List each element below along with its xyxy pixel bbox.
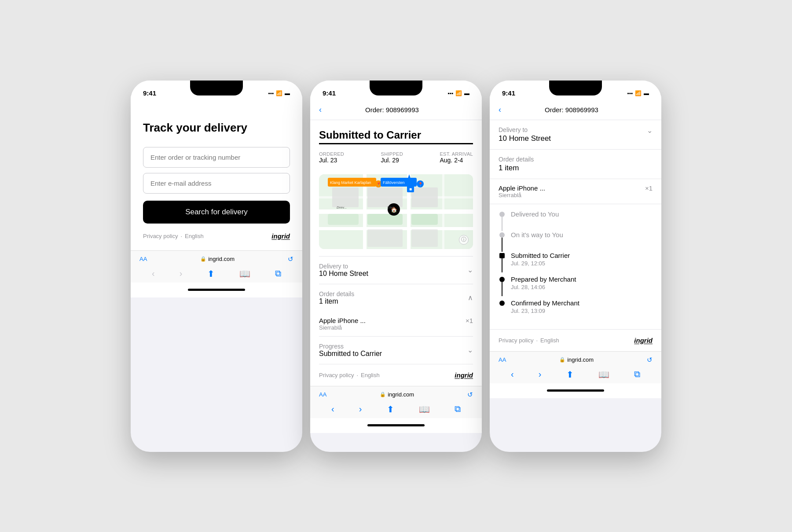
share-button-3[interactable]: ⬆: [566, 369, 574, 380]
browser-actions-2: ‹ › ⬆ 📖 ⧉: [319, 404, 473, 415]
delivery-to-section-2[interactable]: Delivery to 10 Home Street ⌄: [310, 257, 482, 284]
delivery-text-block-2: Delivery to 10 Home Street: [319, 263, 368, 278]
time-1: 9:41: [143, 89, 156, 97]
back-button-2[interactable]: ‹: [331, 404, 334, 414]
footer-dot-2: ·: [356, 372, 358, 378]
back-button-3[interactable]: ‹: [511, 369, 514, 379]
email-input[interactable]: [143, 173, 290, 194]
order-details-label-3: Order details: [499, 156, 534, 163]
submitted-title: Submitted to Carrier: [511, 252, 653, 259]
privacy-policy-1[interactable]: Privacy policy: [143, 233, 178, 239]
forward-button-1[interactable]: ›: [180, 268, 183, 279]
order-details-label-2: Order details: [319, 290, 354, 297]
delivery-detail-content: Delivery to 10 Home Street ⌄ Order detai…: [490, 120, 661, 351]
timeline-entry-prepared: Prepared by Merchant Jul. 28, 14:06: [499, 275, 653, 299]
forward-button-3[interactable]: ›: [539, 369, 542, 379]
timeline-entry-onway: On it's way to You: [499, 231, 653, 252]
timeline-indicator-confirmed: [499, 299, 506, 306]
delivered-title: Delivered to You: [511, 210, 653, 218]
timeline-entry-delivered: Delivered to You: [499, 210, 653, 231]
svg-text:Fältöversten: Fältöversten: [383, 180, 405, 185]
search-delivery-button[interactable]: Search for delivery: [143, 201, 290, 224]
tabs-button-1[interactable]: ⧉: [275, 268, 281, 279]
home-indicator-1: [131, 283, 302, 297]
back-button-1[interactable]: ‹: [152, 268, 155, 279]
confirmed-date: Jul. 23, 13:09: [511, 308, 653, 314]
track-content: Track your delivery Search for delivery …: [131, 100, 302, 250]
time-2: 9:41: [323, 89, 336, 97]
svg-rect-13: [367, 229, 403, 247]
svg-text:Drev...: Drev...: [337, 205, 347, 209]
language-2[interactable]: English: [361, 372, 380, 378]
home-indicator-3: [490, 383, 661, 398]
home-bar-3: [547, 389, 604, 392]
timeline-section-3: Delivered to You On it's way to You: [490, 204, 661, 329]
order-details-header-3[interactable]: Order details 1 item: [499, 156, 653, 172]
ingrid-brand-2: ingrid: [455, 371, 473, 379]
url-aa-3[interactable]: AA: [499, 356, 506, 363]
order-timeline: ORDERED Jul. 23 SHIPPED Jul. 29 EST. ARR…: [319, 151, 473, 164]
browser-bar-1: AA 🔒 ingrid.com ↺ ‹ › ⬆ 📖 ⧉: [131, 250, 302, 283]
delivery-value-2: 10 Home Street: [319, 270, 368, 278]
forward-button-2[interactable]: ›: [359, 404, 362, 414]
url-text-1: 🔒 ingrid.com: [200, 256, 235, 262]
wifi-icon-2: 📶: [455, 90, 462, 96]
item-info-3: Apple iPhone ... Sierrablå: [499, 184, 545, 198]
lock-icon-3: 🔒: [559, 357, 565, 363]
progress-section[interactable]: Progress Submitted to Carrier ⌄: [310, 337, 482, 364]
svg-rect-10: [332, 187, 359, 207]
share-button-2[interactable]: ⬆: [387, 404, 394, 415]
language-3[interactable]: English: [540, 337, 559, 344]
timeline-entry-submitted: Submitted to Carrier Jul. 29, 12:05: [499, 252, 653, 275]
privacy-policy-3[interactable]: Privacy policy: [499, 337, 533, 344]
delivery-to-section-3[interactable]: Delivery to 10 Home Street ⌄: [490, 120, 661, 150]
nav-bar-2: ‹ Order: 908969993: [310, 100, 482, 120]
home-indicator-2: [310, 418, 482, 433]
status-icons-2: ▪▪▪ 📶 ▬: [447, 90, 469, 96]
footer-3: Privacy policy · English ingrid: [490, 329, 661, 351]
privacy-policy-2[interactable]: Privacy policy: [319, 372, 354, 378]
item-sub-2: Sierrablå: [319, 324, 366, 331]
notch-1: [190, 81, 243, 95]
map-background: ■ Klang Market Karlaplan 📍 Fältöversten: [319, 174, 473, 249]
bookmarks-button-3[interactable]: 📖: [598, 369, 609, 380]
tabs-button-2[interactable]: ⧉: [455, 404, 461, 414]
reload-button-3[interactable]: ↺: [647, 356, 653, 364]
order-details-count-3: 1 item: [499, 164, 534, 172]
item-sub-3: Sierrablå: [499, 192, 545, 198]
shipped-label: SHIPPED: [381, 151, 403, 157]
progress-chevron: ⌄: [467, 346, 473, 354]
delivered-text: Delivered to You: [511, 210, 653, 227]
map-container: ■ Klang Market Karlaplan 📍 Fältöversten: [319, 174, 473, 249]
delivery-to-label-3: Delivery to: [499, 126, 551, 133]
url-text-3: 🔒 ingrid.com: [559, 356, 594, 363]
phone-1: 9:41 ▪▪▪ 📶 ▬ Track your delivery Search …: [131, 81, 302, 452]
browser-bar-3: AA 🔒 ingrid.com ↺ ‹ › ⬆ 📖 ⧉: [490, 351, 661, 383]
status-icons-1: ▪▪▪ 📶 ▬: [268, 90, 290, 96]
time-3: 9:41: [502, 89, 515, 97]
bookmarks-button-1[interactable]: 📖: [239, 268, 250, 279]
ordered-label: ORDERED: [319, 151, 344, 157]
url-bar-2: AA 🔒 ingrid.com ↺: [319, 391, 473, 399]
map-info-button[interactable]: ⓘ: [459, 235, 469, 245]
reload-button-1[interactable]: ↺: [288, 255, 293, 263]
url-aa-1[interactable]: AA: [139, 256, 147, 262]
delivery-chevron-3: ⌄: [647, 126, 653, 135]
tabs-button-3[interactable]: ⧉: [634, 369, 640, 379]
wifi-icon-1: 📶: [276, 90, 282, 96]
delivery-chevron-2: ⌄: [467, 266, 473, 274]
url-aa-2[interactable]: AA: [319, 391, 326, 398]
order-tracking-input[interactable]: [143, 147, 290, 168]
bookmarks-button-2[interactable]: 📖: [419, 404, 430, 415]
back-nav-2[interactable]: ‹: [319, 105, 322, 114]
order-details-header-2[interactable]: Order details 1 item ∧: [319, 290, 473, 305]
reload-button-2[interactable]: ↺: [467, 391, 473, 399]
language-1[interactable]: English: [185, 233, 204, 239]
svg-rect-7: [367, 214, 403, 225]
share-button-1[interactable]: ⬆: [207, 268, 215, 279]
back-nav-3[interactable]: ‹: [499, 105, 501, 114]
ingrid-brand-3: ingrid: [634, 337, 653, 344]
delivery-label-2: Delivery to: [319, 263, 368, 270]
timeline-circle-delivered: [499, 212, 505, 217]
est-arrival-date: Aug. 2-4: [440, 157, 473, 164]
